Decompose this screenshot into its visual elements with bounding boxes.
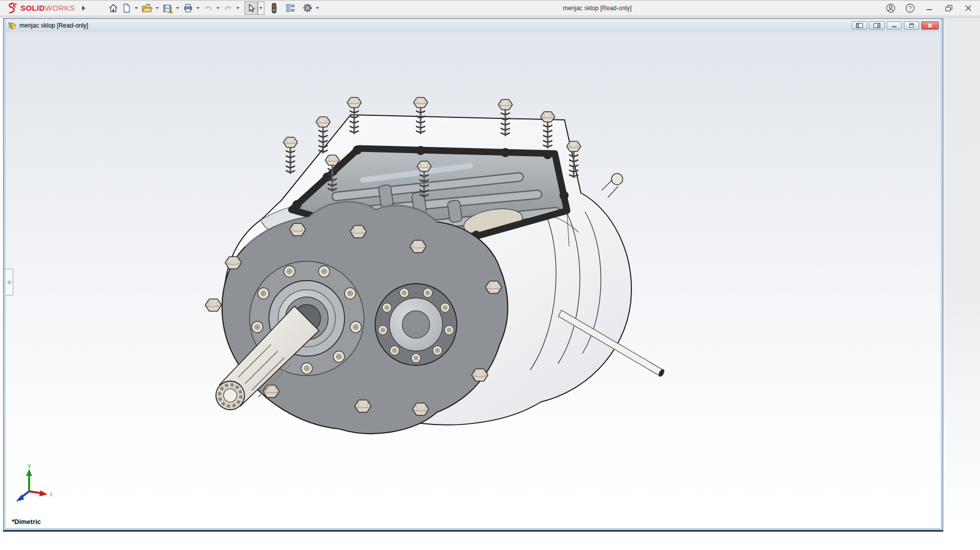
redo-button[interactable] bbox=[222, 2, 235, 15]
triad-y-arrow[interactable] bbox=[26, 469, 32, 476]
solidworks-logo-icon bbox=[5, 3, 18, 14]
document-restore-button[interactable] bbox=[904, 21, 919, 30]
options-dropdown[interactable] bbox=[314, 2, 321, 15]
split-pane-right-button[interactable] bbox=[869, 21, 885, 30]
new-document-dropdown[interactable] bbox=[133, 2, 140, 15]
report-list-button[interactable] bbox=[284, 2, 298, 15]
save-dropdown[interactable] bbox=[175, 2, 181, 15]
help-icon: ? bbox=[905, 3, 915, 13]
undo-button[interactable] bbox=[202, 2, 215, 15]
open-icon bbox=[141, 3, 153, 13]
gear-icon bbox=[302, 3, 313, 13]
restore-icon bbox=[944, 4, 953, 13]
main-titlebar: SOLIDWORKS bbox=[0, 0, 980, 15]
redo-dropdown[interactable] bbox=[235, 2, 241, 15]
reference-triad[interactable]: Y X bbox=[11, 464, 57, 508]
save-button[interactable] bbox=[161, 2, 175, 15]
traffic-light-icon bbox=[269, 3, 279, 14]
toolbar-flyout-arrow-icon[interactable] bbox=[82, 6, 85, 11]
assembly-document-icon bbox=[8, 21, 16, 30]
save-icon bbox=[162, 3, 173, 13]
open-button[interactable] bbox=[140, 2, 154, 15]
window-controls: ? bbox=[885, 1, 974, 16]
brand-text: SOLIDWORKS bbox=[20, 4, 75, 12]
quick-access-toolbar bbox=[96, 1, 321, 16]
select-cursor-icon bbox=[246, 3, 256, 13]
solidworks-window: SOLIDWORKS bbox=[0, 0, 980, 550]
undo-dropdown[interactable] bbox=[215, 2, 222, 15]
print-icon bbox=[183, 3, 193, 13]
stub-cap[interactable] bbox=[611, 173, 623, 185]
document-minimize-button[interactable] bbox=[887, 21, 902, 30]
view-orientation-label: *Dimetric bbox=[12, 518, 41, 526]
undo-icon bbox=[203, 3, 213, 13]
feature-tree-collapsed-tab[interactable] bbox=[6, 269, 13, 295]
tab-grip-dot bbox=[8, 281, 11, 284]
help-button[interactable]: ? bbox=[904, 3, 916, 14]
report-list-icon bbox=[285, 3, 296, 13]
options-button[interactable] bbox=[301, 2, 314, 15]
print-button[interactable] bbox=[181, 2, 195, 15]
cover-hub[interactable] bbox=[375, 284, 457, 365]
new-document-icon bbox=[121, 3, 132, 13]
account-button[interactable] bbox=[885, 3, 896, 14]
close-button[interactable] bbox=[963, 3, 974, 14]
minimize-icon bbox=[925, 4, 934, 13]
svg-text:?: ? bbox=[909, 5, 912, 11]
account-icon bbox=[886, 3, 896, 13]
triad-x-label: X bbox=[50, 492, 53, 497]
document-restore-icon bbox=[908, 23, 915, 28]
document-title: menjac sklop [Read-only] bbox=[19, 22, 88, 29]
new-document-button[interactable] bbox=[120, 2, 133, 15]
document-titlebar[interactable]: menjac sklop [Read-only] bbox=[6, 19, 941, 32]
redo-icon bbox=[223, 3, 233, 13]
home-button[interactable] bbox=[107, 2, 120, 15]
document-close-button[interactable] bbox=[921, 21, 939, 30]
document-window: menjac sklop [Read-only] bbox=[3, 18, 943, 532]
print-dropdown[interactable] bbox=[195, 2, 202, 15]
traffic-light-button[interactable] bbox=[267, 2, 281, 15]
split-pane-left-icon bbox=[856, 23, 863, 28]
home-icon bbox=[108, 3, 118, 13]
triad-y-label: Y bbox=[28, 464, 31, 469]
open-dropdown[interactable] bbox=[154, 2, 161, 15]
window-title: menjac sklop [Read-only] bbox=[563, 5, 632, 12]
solidworks-logo: SOLIDWORKS bbox=[5, 3, 75, 14]
triad-x-arrow[interactable] bbox=[39, 490, 47, 496]
document-close-icon bbox=[926, 23, 934, 28]
select-tool-button[interactable] bbox=[244, 2, 258, 15]
restore-button[interactable] bbox=[943, 3, 954, 14]
split-pane-left-button[interactable] bbox=[852, 21, 867, 30]
model-3d-view[interactable] bbox=[6, 32, 941, 528]
graphics-viewport[interactable]: Y X *Dimetric bbox=[6, 32, 941, 528]
task-pane-area[interactable] bbox=[943, 18, 980, 532]
minimize-button[interactable] bbox=[924, 3, 935, 14]
split-pane-right-icon bbox=[873, 23, 880, 28]
document-minimize-icon bbox=[891, 23, 898, 28]
document-window-controls bbox=[852, 21, 939, 30]
close-icon bbox=[964, 4, 973, 13]
select-tool-dropdown[interactable] bbox=[258, 2, 264, 15]
